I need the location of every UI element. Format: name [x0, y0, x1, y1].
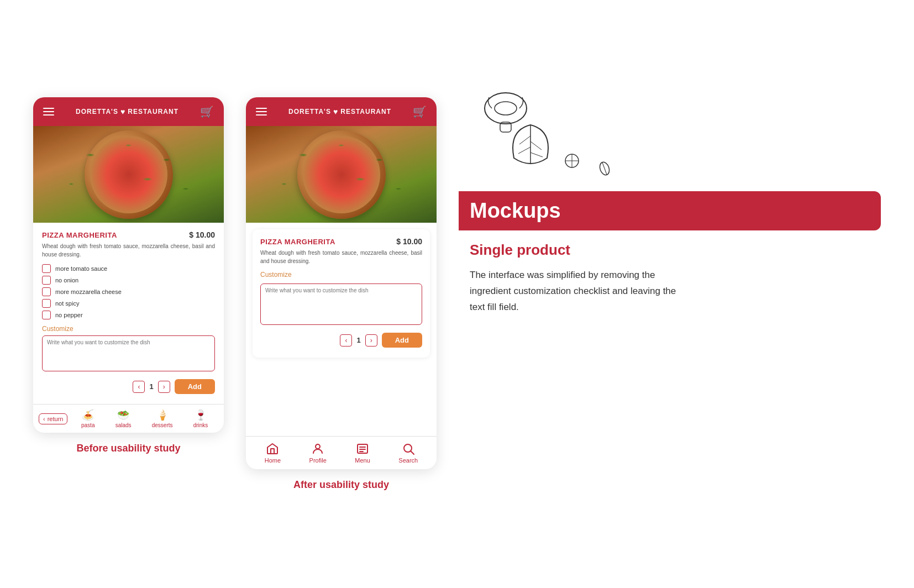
seed2-deco-icon	[597, 161, 612, 176]
after-qty-number: 1	[356, 336, 360, 344]
before-product-title: PIZZA MARGHERITA	[42, 231, 117, 239]
after-add-button[interactable]: Add	[382, 333, 422, 348]
before-product-section: PIZZA MARGHERITA $ 10.00 Wheat dough wit…	[33, 223, 224, 404]
single-product-desc: The interface was simplified by removing…	[470, 267, 680, 316]
before-phone-mockup: DORETTA'S ♥ RESTAURANT 🛒 PIZZA MARGHERIT…	[33, 97, 224, 433]
check-label-1: more tomato sauce	[55, 265, 107, 272]
before-customize-textarea[interactable]	[42, 335, 215, 371]
before-nav-drinks[interactable]: 🍷 drinks	[193, 409, 208, 428]
checkbox-2[interactable]	[42, 276, 51, 285]
before-pasta-label: pasta	[81, 422, 94, 428]
after-nav-search[interactable]: Search	[398, 442, 418, 464]
after-customize-textarea[interactable]	[260, 284, 422, 325]
after-pizza-image	[246, 126, 437, 223]
svg-point-0	[316, 444, 320, 449]
seed1-deco-icon	[564, 153, 580, 169]
before-bottom-nav: ‹ return 🍝 pasta 🥗 salads 🍦 desserts	[33, 404, 224, 433]
right-panel: Mockups Single product The interface was…	[459, 97, 881, 316]
after-footer-label: After usability study	[293, 479, 389, 491]
before-qty-decrease[interactable]: ‹	[133, 381, 145, 393]
svg-line-6	[411, 452, 414, 455]
after-nav-home[interactable]: Home	[265, 442, 281, 464]
before-desserts-label: desserts	[152, 422, 173, 428]
check-item-4[interactable]: not spicy	[42, 299, 215, 308]
after-cart-icon[interactable]: 🛒	[413, 105, 427, 118]
svg-line-14	[518, 147, 530, 154]
before-logo-text: DORETTA'S	[76, 108, 118, 116]
after-product-desc: Wheat dough with fresh tomato sauce, moz…	[260, 249, 422, 265]
mockups-header-banner: Mockups	[459, 191, 881, 230]
before-add-button[interactable]: Add	[175, 379, 215, 394]
after-profile-label: Profile	[309, 457, 327, 464]
checkbox-5[interactable]	[42, 311, 51, 319]
after-phone-header: DORETTA'S ♥ RESTAURANT 🛒	[246, 97, 437, 126]
home-icon	[266, 442, 279, 455]
svg-line-20	[602, 162, 607, 175]
check-item-3[interactable]: more mozzarella cheese	[42, 287, 215, 296]
check-label-4: not spicy	[55, 300, 79, 307]
before-phone-header: DORETTA'S ♥ RESTAURANT 🛒	[33, 97, 224, 126]
check-label-5: no pepper	[55, 312, 83, 318]
before-nav-desserts[interactable]: 🍦 desserts	[152, 409, 173, 428]
check-item-2[interactable]: no onion	[42, 276, 215, 285]
after-phone-mockup: DORETTA'S ♥ RESTAURANT 🛒 PIZZA MARGHERIT…	[246, 97, 437, 469]
checkbox-1[interactable]	[42, 264, 51, 273]
after-search-label: Search	[398, 457, 418, 464]
before-heart-icon: ♥	[120, 107, 125, 116]
after-nav-menu[interactable]: Menu	[355, 442, 370, 464]
after-qty-increase[interactable]: ›	[365, 334, 377, 347]
after-heart-icon: ♥	[333, 107, 338, 116]
before-pasta-icon: 🍝	[82, 409, 94, 421]
before-cart-icon[interactable]: 🛒	[200, 105, 214, 118]
before-return-button[interactable]: ‹ return	[39, 413, 67, 424]
after-product-price: $ 10.00	[396, 237, 422, 246]
before-product-title-row: PIZZA MARGHERITA $ 10.00	[42, 230, 215, 239]
before-nav-items: 🍝 pasta 🥗 salads 🍦 desserts 🍷 drinks	[71, 409, 218, 428]
after-customize-label: Customize	[260, 271, 422, 279]
after-qty-decrease[interactable]: ‹	[340, 334, 352, 347]
after-bottom-nav: Home Profile Menu	[246, 436, 437, 469]
before-nav-pasta[interactable]: 🍝 pasta	[81, 409, 94, 428]
before-nav-salads[interactable]: 🥗 salads	[115, 409, 132, 428]
before-quantity-row: ‹ 1 › Add	[42, 379, 215, 398]
svg-line-12	[519, 136, 530, 144]
main-container: DORETTA'S ♥ RESTAURANT 🛒 PIZZA MARGHERIT…	[33, 97, 881, 491]
single-product-title: Single product	[470, 242, 570, 259]
check-item-5[interactable]: no pepper	[42, 311, 215, 319]
after-logo: DORETTA'S ♥ RESTAURANT	[288, 107, 391, 116]
before-customize-label: Customize	[42, 325, 215, 333]
search-icon	[402, 442, 415, 455]
checkbox-4[interactable]	[42, 299, 51, 308]
before-return-chevron: ‹	[43, 416, 45, 422]
before-restaurant-text: RESTAURANT	[128, 108, 178, 116]
checkbox-3[interactable]	[42, 287, 51, 296]
leaf-deco-icon	[503, 119, 558, 175]
food-deco-container	[470, 97, 580, 197]
after-logo-text: DORETTA'S	[288, 108, 331, 116]
after-restaurant-text: RESTAURANT	[340, 108, 391, 116]
after-hamburger-icon[interactable]	[256, 108, 267, 116]
after-product-card: PIZZA MARGHERITA $ 10.00 Wheat dough wit…	[253, 229, 430, 358]
before-hamburger-icon[interactable]	[43, 108, 54, 116]
after-greens-overlay	[246, 126, 437, 223]
check-item-1[interactable]: more tomato sauce	[42, 264, 215, 273]
before-return-label: return	[48, 416, 64, 422]
before-salads-icon: 🥗	[117, 409, 129, 421]
before-qty-increase[interactable]: ›	[158, 381, 170, 393]
after-product-title-row: PIZZA MARGHERITA $ 10.00	[260, 237, 422, 246]
before-salads-label: salads	[115, 422, 132, 428]
before-pizza-image	[33, 126, 224, 223]
after-product-title: PIZZA MARGHERITA	[260, 238, 335, 246]
mockups-title: Mockups	[470, 199, 561, 222]
svg-line-15	[530, 153, 543, 157]
check-label-2: no onion	[55, 277, 78, 284]
before-desserts-icon: 🍦	[156, 409, 169, 421]
after-home-label: Home	[265, 457, 281, 464]
after-nav-profile[interactable]: Profile	[309, 442, 327, 464]
before-product-price: $ 10.00	[189, 230, 215, 239]
before-checklist: more tomato sauce no onion more mozzarel…	[42, 264, 215, 319]
after-mockup-column: DORETTA'S ♥ RESTAURANT 🛒 PIZZA MARGHERIT…	[246, 97, 437, 491]
svg-line-13	[530, 141, 542, 150]
svg-point-8	[495, 102, 517, 115]
before-logo: DORETTA'S ♥ RESTAURANT	[76, 107, 178, 116]
